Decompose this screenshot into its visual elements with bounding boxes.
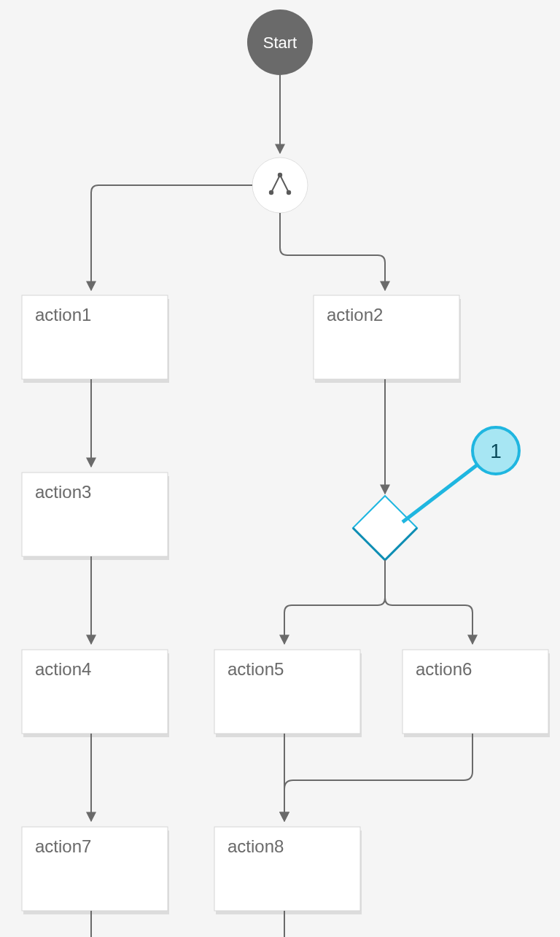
node-action4-label: action4 [35, 659, 91, 679]
edge-a6-a8 [284, 734, 472, 821]
node-action5[interactable]: action5 [214, 650, 362, 737]
svg-point-5 [269, 190, 273, 195]
node-action4[interactable]: action4 [22, 650, 169, 737]
node-action6[interactable]: action6 [402, 650, 550, 737]
callout-bubble: 1 [472, 427, 519, 474]
node-action1-label: action1 [35, 305, 91, 324]
node-action8[interactable]: action8 [214, 827, 362, 914]
node-action3[interactable]: action3 [22, 473, 169, 560]
edge-split-a2 [280, 213, 385, 290]
start-node[interactable]: Start [247, 9, 313, 75]
node-action6-label: action6 [416, 659, 472, 679]
svg-point-1 [252, 158, 308, 213]
svg-point-4 [278, 173, 282, 177]
decision-node[interactable] [353, 496, 417, 560]
node-action2-label: action2 [327, 305, 383, 324]
node-action1[interactable]: action1 [22, 295, 169, 383]
flow-diagram: Start action1 action2 action3 [0, 0, 560, 937]
node-action8-label: action8 [228, 836, 284, 856]
svg-point-6 [287, 190, 291, 195]
edge-dec-a6 [385, 560, 472, 644]
start-label: Start [263, 34, 297, 52]
callout-label: 1 [490, 440, 502, 462]
split-node[interactable] [252, 158, 308, 213]
node-action2[interactable]: action2 [314, 295, 461, 383]
node-action7-label: action7 [35, 836, 91, 856]
node-action3-label: action3 [35, 482, 91, 502]
edge-split-a1 [91, 185, 252, 290]
node-action5-label: action5 [228, 659, 284, 679]
node-action7[interactable]: action7 [22, 827, 169, 914]
edge-dec-a5 [284, 560, 385, 644]
